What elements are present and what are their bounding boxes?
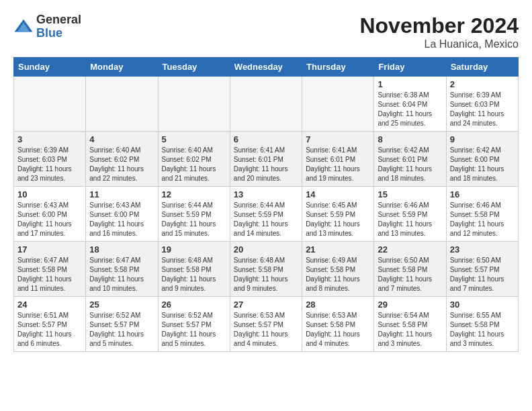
header-thursday: Thursday [302, 58, 374, 77]
day-info: Sunrise: 6:48 AM Sunset: 5:58 PM Dayligh… [162, 256, 226, 293]
calendar-day-19: 19Sunrise: 6:48 AM Sunset: 5:58 PM Dayli… [158, 242, 230, 297]
header-friday: Friday [374, 58, 446, 77]
day-number: 20 [234, 244, 298, 255]
calendar-day-20: 20Sunrise: 6:48 AM Sunset: 5:58 PM Dayli… [230, 242, 302, 297]
calendar-day-5: 5Sunrise: 6:40 AM Sunset: 6:02 PM Daylig… [158, 132, 230, 187]
calendar-day-8: 8Sunrise: 6:42 AM Sunset: 6:01 PM Daylig… [374, 132, 446, 187]
day-info: Sunrise: 6:44 AM Sunset: 5:59 PM Dayligh… [162, 201, 226, 238]
calendar-table: SundayMondayTuesdayWednesdayThursdayFrid… [13, 57, 519, 352]
calendar-day-9: 9Sunrise: 6:42 AM Sunset: 6:00 PM Daylig… [446, 132, 518, 187]
day-info: Sunrise: 6:42 AM Sunset: 6:00 PM Dayligh… [450, 146, 515, 183]
calendar-day-13: 13Sunrise: 6:44 AM Sunset: 5:59 PM Dayli… [230, 187, 302, 242]
calendar-day-15: 15Sunrise: 6:46 AM Sunset: 5:59 PM Dayli… [374, 187, 446, 242]
calendar-week-4: 24Sunrise: 6:51 AM Sunset: 5:57 PM Dayli… [14, 297, 519, 352]
day-number: 12 [162, 189, 226, 199]
header-monday: Monday [86, 58, 158, 77]
day-info: Sunrise: 6:55 AM Sunset: 5:58 PM Dayligh… [450, 311, 515, 349]
day-info: Sunrise: 6:54 AM Sunset: 5:58 PM Dayligh… [378, 311, 442, 349]
calendar-header-row: SundayMondayTuesdayWednesdayThursdayFrid… [14, 58, 519, 77]
calendar-day-22: 22Sunrise: 6:50 AM Sunset: 5:58 PM Dayli… [374, 242, 446, 297]
day-info: Sunrise: 6:40 AM Sunset: 6:02 PM Dayligh… [162, 146, 226, 183]
calendar-day-16: 16Sunrise: 6:46 AM Sunset: 5:58 PM Dayli… [446, 187, 518, 242]
calendar-day-6: 6Sunrise: 6:41 AM Sunset: 6:01 PM Daylig… [230, 132, 302, 187]
day-number: 30 [450, 300, 515, 310]
day-info: Sunrise: 6:46 AM Sunset: 5:59 PM Dayligh… [378, 201, 442, 238]
header-sunday: Sunday [14, 58, 86, 77]
day-number: 27 [234, 300, 298, 310]
logo-icon [13, 17, 34, 37]
day-info: Sunrise: 6:44 AM Sunset: 5:59 PM Dayligh… [234, 201, 298, 238]
day-info: Sunrise: 6:50 AM Sunset: 5:57 PM Dayligh… [450, 256, 515, 293]
day-info: Sunrise: 6:43 AM Sunset: 6:00 PM Dayligh… [17, 201, 82, 238]
calendar-week-3: 17Sunrise: 6:47 AM Sunset: 5:58 PM Dayli… [14, 242, 519, 297]
day-number: 25 [89, 300, 154, 310]
month-title: November 2024 [359, 13, 519, 38]
day-info: Sunrise: 6:46 AM Sunset: 5:58 PM Dayligh… [450, 201, 515, 238]
calendar-day-23: 23Sunrise: 6:50 AM Sunset: 5:57 PM Dayli… [446, 242, 518, 297]
day-number: 11 [89, 189, 154, 199]
day-info: Sunrise: 6:51 AM Sunset: 5:57 PM Dayligh… [17, 311, 82, 349]
header-tuesday: Tuesday [158, 58, 230, 77]
calendar-empty [14, 77, 86, 132]
day-number: 5 [162, 134, 226, 144]
day-info: Sunrise: 6:47 AM Sunset: 5:58 PM Dayligh… [89, 256, 154, 293]
day-number: 2 [450, 79, 515, 89]
calendar-day-26: 26Sunrise: 6:52 AM Sunset: 5:57 PM Dayli… [158, 297, 230, 352]
day-info: Sunrise: 6:48 AM Sunset: 5:58 PM Dayligh… [234, 256, 298, 293]
day-number: 15 [378, 189, 442, 199]
day-info: Sunrise: 6:41 AM Sunset: 6:01 PM Dayligh… [234, 146, 298, 183]
calendar-empty [158, 77, 230, 132]
calendar-day-12: 12Sunrise: 6:44 AM Sunset: 5:59 PM Dayli… [158, 187, 230, 242]
calendar-day-3: 3Sunrise: 6:39 AM Sunset: 6:03 PM Daylig… [14, 132, 86, 187]
calendar-day-10: 10Sunrise: 6:43 AM Sunset: 6:00 PM Dayli… [14, 187, 86, 242]
day-number: 18 [89, 244, 154, 255]
logo: General Blue [13, 13, 81, 40]
day-info: Sunrise: 6:40 AM Sunset: 6:02 PM Dayligh… [89, 146, 154, 183]
day-info: Sunrise: 6:53 AM Sunset: 5:58 PM Dayligh… [306, 311, 370, 349]
day-number: 14 [306, 189, 370, 199]
calendar-week-1: 3Sunrise: 6:39 AM Sunset: 6:03 PM Daylig… [14, 132, 519, 187]
day-number: 17 [17, 244, 82, 255]
logo-blue: Blue [36, 27, 81, 40]
day-info: Sunrise: 6:45 AM Sunset: 5:59 PM Dayligh… [306, 201, 370, 238]
day-number: 23 [450, 244, 515, 255]
day-info: Sunrise: 6:39 AM Sunset: 6:03 PM Dayligh… [450, 91, 515, 128]
day-number: 22 [378, 244, 442, 255]
day-info: Sunrise: 6:52 AM Sunset: 5:57 PM Dayligh… [89, 311, 154, 349]
calendar-day-18: 18Sunrise: 6:47 AM Sunset: 5:58 PM Dayli… [86, 242, 158, 297]
day-number: 21 [306, 244, 370, 255]
day-info: Sunrise: 6:41 AM Sunset: 6:01 PM Dayligh… [306, 146, 370, 183]
location: La Huanica, Mexico [359, 38, 519, 50]
title-section: November 2024 La Huanica, Mexico [359, 13, 519, 50]
calendar-day-28: 28Sunrise: 6:53 AM Sunset: 5:58 PM Dayli… [302, 297, 374, 352]
calendar-week-2: 10Sunrise: 6:43 AM Sunset: 6:00 PM Dayli… [14, 187, 519, 242]
calendar-day-2: 2Sunrise: 6:39 AM Sunset: 6:03 PM Daylig… [446, 77, 518, 132]
calendar-day-24: 24Sunrise: 6:51 AM Sunset: 5:57 PM Dayli… [14, 297, 86, 352]
day-info: Sunrise: 6:42 AM Sunset: 6:01 PM Dayligh… [378, 146, 442, 183]
day-info: Sunrise: 6:43 AM Sunset: 6:00 PM Dayligh… [89, 201, 154, 238]
calendar-day-4: 4Sunrise: 6:40 AM Sunset: 6:02 PM Daylig… [86, 132, 158, 187]
day-number: 10 [17, 189, 82, 199]
day-number: 3 [17, 134, 82, 144]
day-number: 13 [234, 189, 298, 199]
day-number: 8 [378, 134, 442, 144]
day-info: Sunrise: 6:53 AM Sunset: 5:57 PM Dayligh… [234, 311, 298, 349]
calendar-day-17: 17Sunrise: 6:47 AM Sunset: 5:58 PM Dayli… [14, 242, 86, 297]
calendar-day-29: 29Sunrise: 6:54 AM Sunset: 5:58 PM Dayli… [374, 297, 446, 352]
day-number: 7 [306, 134, 370, 144]
day-number: 28 [306, 300, 370, 310]
day-info: Sunrise: 6:38 AM Sunset: 6:04 PM Dayligh… [378, 91, 442, 128]
calendar-empty [302, 77, 374, 132]
day-info: Sunrise: 6:50 AM Sunset: 5:58 PM Dayligh… [378, 256, 442, 293]
day-number: 24 [17, 300, 82, 310]
logo-text: General Blue [36, 13, 81, 40]
day-number: 19 [162, 244, 226, 255]
day-number: 1 [378, 79, 442, 89]
calendar-day-1: 1Sunrise: 6:38 AM Sunset: 6:04 PM Daylig… [374, 77, 446, 132]
calendar-day-7: 7Sunrise: 6:41 AM Sunset: 6:01 PM Daylig… [302, 132, 374, 187]
day-info: Sunrise: 6:39 AM Sunset: 6:03 PM Dayligh… [17, 146, 82, 183]
page-header: General Blue November 2024 La Huanica, M… [13, 13, 519, 50]
day-number: 4 [89, 134, 154, 144]
day-number: 6 [234, 134, 298, 144]
calendar-day-27: 27Sunrise: 6:53 AM Sunset: 5:57 PM Dayli… [230, 297, 302, 352]
